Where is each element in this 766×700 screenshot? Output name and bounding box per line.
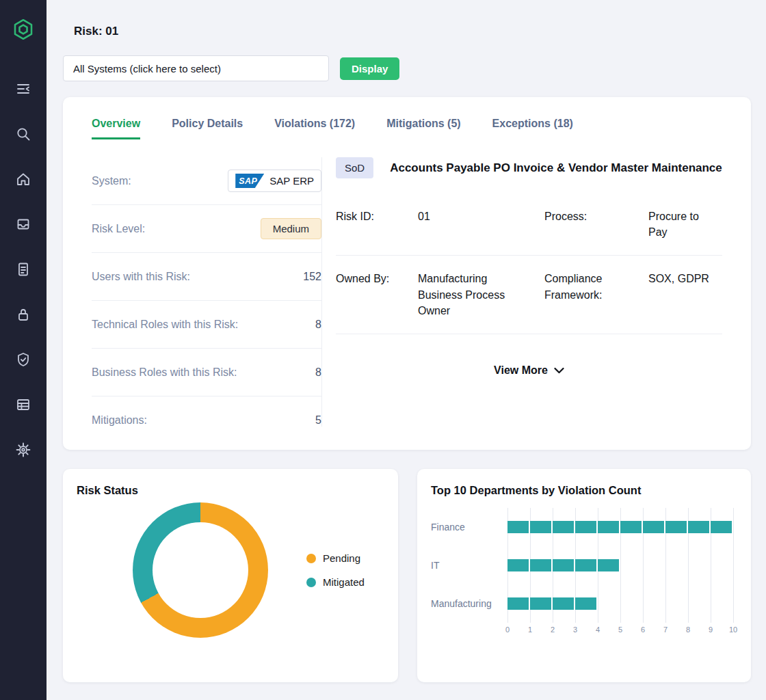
search-icon xyxy=(15,126,31,142)
tab-overview[interactable]: Overview xyxy=(92,118,140,139)
risk-detail-column: SoD Accounts Payable PO Invoice & Vendor… xyxy=(322,139,722,438)
bar-axis: 012345678910 xyxy=(507,625,737,636)
system-selector-value: All Systems (click here to select) xyxy=(73,63,221,75)
document-icon xyxy=(15,261,31,278)
lock-icon xyxy=(15,306,31,323)
tab-bar: Overview Policy Details Violations (172)… xyxy=(63,97,751,139)
axis-tick-label: 9 xyxy=(709,625,713,634)
technical-roles-label: Technical Roles with this Risk: xyxy=(92,319,238,331)
sidebar-item-inbox[interactable] xyxy=(15,216,31,232)
donut-legend: Pending Mitigated xyxy=(306,552,365,588)
bar-segment xyxy=(575,521,596,533)
system-label: System: xyxy=(92,175,131,187)
bar-category-label: Manufacturing xyxy=(431,598,507,609)
bar xyxy=(507,521,733,533)
bar-segment xyxy=(643,521,664,533)
sidebar-item-menu[interactable] xyxy=(15,81,31,97)
bar-segment xyxy=(530,597,551,610)
app-logo-icon[interactable] xyxy=(12,18,35,44)
legend-dot xyxy=(306,554,316,563)
departments-bar-chart: FinanceITManufacturing 012345678910 xyxy=(431,508,737,636)
tab-policy-details[interactable]: Policy Details xyxy=(172,118,243,139)
bar-segment xyxy=(575,597,596,610)
risk-status-card: Risk Status Pending Mitigated xyxy=(63,469,398,682)
bar-category-label: IT xyxy=(431,560,507,571)
system-selector[interactable]: All Systems (click here to select) xyxy=(63,55,329,81)
sidebar-item-shield[interactable] xyxy=(15,351,31,368)
sidebar-item-settings[interactable] xyxy=(15,442,31,458)
sidebar xyxy=(0,0,47,700)
users-row: Users with this Risk: 152 xyxy=(92,253,321,301)
bar-segment xyxy=(688,521,709,533)
bar-rows: FinanceITManufacturing xyxy=(431,508,737,623)
legend-label-pending: Pending xyxy=(323,552,360,564)
legend-item-pending: Pending xyxy=(306,552,365,564)
sap-logo-icon: SAP xyxy=(235,174,264,188)
owned-by-value: Manufacturing Business Process Owner xyxy=(418,271,520,319)
users-label: Users with this Risk: xyxy=(92,271,190,283)
bar-row: Finance xyxy=(431,508,737,546)
users-value: 152 xyxy=(303,271,321,283)
bar-segment xyxy=(553,559,574,571)
bar-segment xyxy=(530,559,551,571)
bar-category-label: Finance xyxy=(431,522,507,533)
axis-tick-label: 1 xyxy=(528,625,532,634)
sidebar-item-lock[interactable] xyxy=(15,306,31,323)
departments-chart-title: Top 10 Departments by Violation Count xyxy=(431,484,737,497)
mitigations-value: 5 xyxy=(315,414,321,427)
risk-overview-card: Overview Policy Details Violations (172)… xyxy=(63,97,751,450)
risk-status-title: Risk Status xyxy=(77,484,384,497)
bar-segment xyxy=(711,521,732,533)
bar-segment xyxy=(530,521,551,533)
axis-tick-label: 0 xyxy=(505,625,510,634)
bar-segment xyxy=(507,597,529,610)
risk-level-badge: Medium xyxy=(261,218,321,239)
risk-summary-column: System: SAP SAP ERP Risk Level: Medium U… xyxy=(92,139,321,438)
bar-segment xyxy=(507,559,529,571)
tab-exceptions[interactable]: Exceptions (18) xyxy=(492,118,573,139)
bar-segment xyxy=(598,521,619,533)
bar-row: IT xyxy=(431,546,737,584)
axis-tick-label: 2 xyxy=(551,625,555,634)
shield-check-icon xyxy=(15,351,31,368)
view-more-button[interactable]: View More xyxy=(336,364,722,377)
axis-tick-label: 3 xyxy=(573,625,577,634)
settings-gear-icon xyxy=(15,442,31,458)
bar-segment xyxy=(620,521,642,533)
technical-roles-row: Technical Roles with this Risk: 8 xyxy=(92,301,321,349)
bar-segment xyxy=(575,559,596,571)
system-value: SAP ERP xyxy=(269,175,314,187)
menu-collapse-icon xyxy=(15,81,31,97)
page: Risk: 01 All Systems (click here to sele… xyxy=(0,0,766,700)
sod-badge: SoD xyxy=(336,157,373,178)
inbox-icon xyxy=(15,216,31,232)
display-button[interactable]: Display xyxy=(340,57,399,80)
business-roles-label: Business Roles with this Risk: xyxy=(92,366,237,379)
bar-row: Manufacturing xyxy=(431,584,737,623)
risk-level-row: Risk Level: Medium xyxy=(92,205,321,253)
bar-segment xyxy=(665,521,687,533)
tab-violations[interactable]: Violations (172) xyxy=(274,118,355,139)
system-badge: SAP SAP ERP xyxy=(228,170,321,192)
tab-mitigations[interactable]: Mitigations (5) xyxy=(386,118,460,139)
overview-body: System: SAP SAP ERP Risk Level: Medium U… xyxy=(63,139,751,438)
legend-label-mitigated: Mitigated xyxy=(323,576,365,588)
bar-segment xyxy=(553,521,574,533)
axis-tick-label: 6 xyxy=(641,625,645,634)
sidebar-item-home[interactable] xyxy=(15,171,31,187)
legend-item-mitigated: Mitigated xyxy=(306,576,365,588)
compliance-label: Compliance Framework: xyxy=(544,271,626,302)
business-roles-row: Business Roles with this Risk: 8 xyxy=(92,349,321,396)
sidebar-item-table[interactable] xyxy=(15,396,31,413)
donut-area: Pending Mitigated xyxy=(77,502,384,638)
detail-row-1: Risk ID: 01 Process: Procure to Pay xyxy=(336,193,722,256)
compliance-value: SOX, GDPR xyxy=(648,271,722,286)
table-icon xyxy=(15,396,31,413)
axis-tick-label: 10 xyxy=(729,625,737,634)
departments-chart-card: Top 10 Departments by Violation Count Fi… xyxy=(417,469,751,682)
bar-segment xyxy=(507,521,529,533)
mitigations-label: Mitigations: xyxy=(92,414,147,427)
detail-row-2: Owned By: Manufacturing Business Process… xyxy=(336,256,722,334)
sidebar-item-search[interactable] xyxy=(15,126,31,142)
sidebar-item-document[interactable] xyxy=(15,261,31,278)
